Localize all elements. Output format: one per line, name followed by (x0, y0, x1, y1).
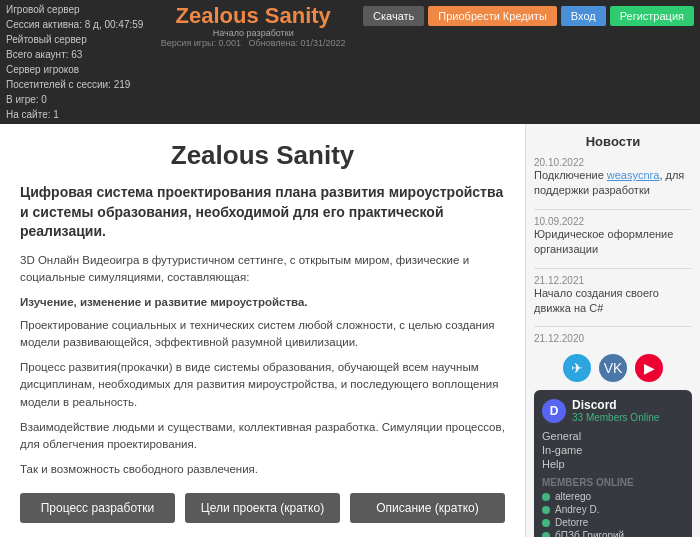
news-divider-3 (534, 326, 692, 327)
news-item-1: 20.10.2022 Подключение weasyсnra, для по… (534, 157, 692, 199)
discord-server-name: Discord (572, 398, 659, 412)
sidebar: Новости 20.10.2022 Подключение weasyсnra… (525, 124, 700, 537)
discord-members-count: 33 Members Online (572, 412, 659, 423)
discord-channel-general[interactable]: General (542, 429, 684, 443)
raid-server-status: Всего акаунт: 63 (6, 47, 143, 62)
goals-button[interactable]: Цели проекта (кратко) (185, 493, 340, 523)
block2-title: Изучение, изменение и развитие мироустро… (20, 296, 308, 308)
description-button[interactable]: Описание (кратко) (350, 493, 505, 523)
game-server-status: Сессия активна: 8 д, 00:47:59 (6, 17, 143, 32)
site-title: Zealous Sanity (153, 4, 353, 28)
players-server-label: Сервер игроков (6, 62, 143, 77)
server-info: Игровой сервер Сессия активна: 8 д, 00:4… (6, 2, 143, 122)
register-button[interactable]: Регистрация (610, 6, 694, 26)
youtube-icon[interactable]: ▶ (635, 354, 663, 382)
news-item-3: 21.12.2021 Начало создания своего движка… (534, 275, 692, 317)
vk-icon[interactable]: VK (599, 354, 627, 382)
news-text-3: Начало создания своего движка на C# (534, 286, 692, 317)
news-date-2: 10.09.2022 (534, 216, 692, 227)
action-buttons: Процесс разработки Цели проекта (кратко)… (20, 493, 505, 523)
news-date-1: 20.10.2022 (534, 157, 692, 168)
ingame-count: В игре: 0 (6, 92, 143, 107)
site-count: На сайте: 1 (6, 107, 143, 122)
block3-text: Процесс развития(прокачки) в виде систем… (20, 359, 505, 411)
page-title: Zealous Sanity (20, 140, 505, 171)
telegram-icon[interactable]: ✈ (563, 354, 591, 382)
download-button[interactable]: Скачать (363, 6, 424, 26)
credits-button[interactable]: Приобрести Кредиты (428, 6, 556, 26)
process-button[interactable]: Процесс разработки (20, 493, 175, 523)
news-title: Новости (534, 130, 692, 157)
content-block-1: 3D Онлайн Видеоигра в футуристичном сетт… (20, 252, 505, 287)
discord-logo: D (542, 399, 566, 423)
discord-channel-help[interactable]: Help (542, 457, 684, 471)
version-info: Версия игры: 0.001 Обновлена: 01/31/2022 (153, 38, 353, 48)
discord-member-1: alterego (542, 490, 684, 503)
discord-info: Discord 33 Members Online (572, 398, 659, 423)
news-text-1: Подключение weasyсnra, для поддержки раз… (534, 168, 692, 199)
discord-header: D Discord 33 Members Online (542, 398, 684, 423)
topbar-center: Zealous Sanity Начало разработки Версия … (143, 2, 363, 48)
discord-channel-ingame[interactable]: In-game (542, 443, 684, 457)
game-server-label: Игровой сервер (6, 2, 143, 17)
discord-member-3: Detorre (542, 516, 684, 529)
news-item-4: 21.12.2020 (534, 333, 692, 344)
raid-server-label: Рейтовый сервер (6, 32, 143, 47)
news-item-2: 10.09.2022 Юридическое оформление органи… (534, 216, 692, 258)
topbar-actions: Скачать Приобрести Кредиты Вход Регистра… (363, 2, 694, 26)
discord-block: D Discord 33 Members Online General In-g… (534, 390, 692, 537)
login-button[interactable]: Вход (561, 6, 606, 26)
content-block-4: Взаимодействие людьми и существами, колл… (20, 419, 505, 454)
block5-text: Так и возможность свободного развлечения… (20, 461, 505, 478)
discord-members-label: MEMBERS ONLINE (542, 477, 684, 488)
news-text-2: Юридическое оформление организации (534, 227, 692, 258)
content-block-5: Так и возможность свободного развлечения… (20, 461, 505, 478)
social-row: ✈ VK ▶ (534, 354, 692, 382)
players-server-status: Посетителей с сессии: 219 (6, 77, 143, 92)
member-dot-3 (542, 519, 550, 527)
news-divider-2 (534, 268, 692, 269)
member-dot-1 (542, 493, 550, 501)
site-subtitle: Начало разработки (153, 28, 353, 38)
news-link-1[interactable]: weasyсnra (607, 169, 660, 181)
content-block-2: Изучение, изменение и развитие мироустро… (20, 294, 505, 351)
main-content: Zealous Sanity Цифровая система проектир… (0, 124, 525, 537)
discord-channels: General In-game Help (542, 429, 684, 471)
discord-member-2: Andrey D. (542, 503, 684, 516)
discord-member-4: бПЗб Григорий (542, 529, 684, 537)
block4-text: Взаимодействие людьми и существами, колл… (20, 419, 505, 454)
topbar: Игровой сервер Сессия активна: 8 д, 00:4… (0, 0, 700, 124)
news-date-4: 21.12.2020 (534, 333, 692, 344)
member-dot-2 (542, 506, 550, 514)
news-divider-1 (534, 209, 692, 210)
page-description: Цифровая система проектирования плана ра… (20, 183, 505, 242)
news-date-3: 21.12.2021 (534, 275, 692, 286)
block2-text: Проектирование социальных и технических … (20, 317, 505, 352)
content-block-3: Процесс развития(прокачки) в виде систем… (20, 359, 505, 411)
layout: Zealous Sanity Цифровая система проектир… (0, 124, 700, 537)
member-dot-4 (542, 532, 550, 537)
